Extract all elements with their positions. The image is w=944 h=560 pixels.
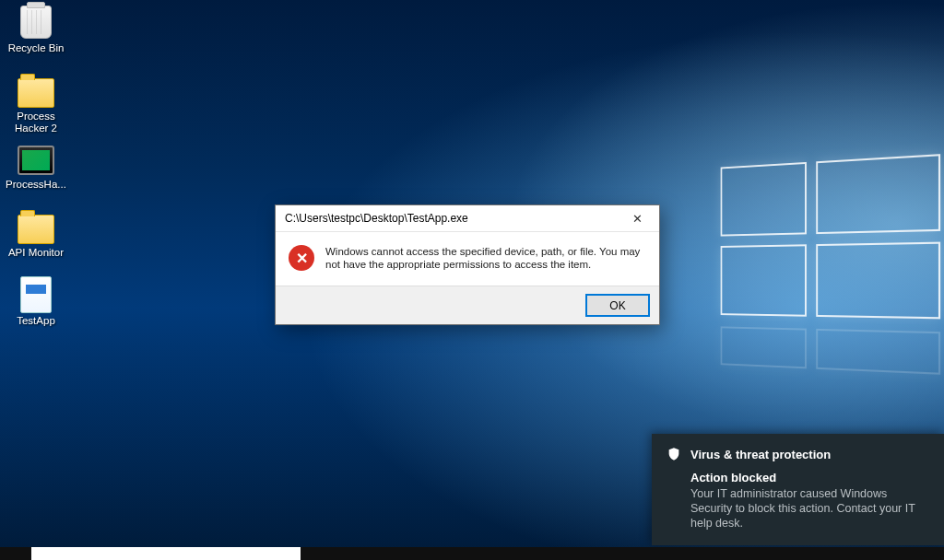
desktop-icon-process-hacker-2[interactable]: Process Hacker 2: [2, 70, 70, 136]
dialog-message: Windows cannot access the specified devi…: [325, 245, 646, 271]
taskbar-search[interactable]: [31, 547, 301, 560]
start-button[interactable]: [0, 547, 28, 560]
windows-logo-decoration: [721, 155, 932, 408]
desktop-icon-label: TestApp: [17, 315, 55, 327]
dialog-footer: OK: [276, 286, 659, 324]
ok-button[interactable]: OK: [585, 294, 650, 317]
toast-heading: Action blocked: [690, 471, 929, 484]
shield-icon: [667, 447, 681, 461]
exe-icon: [18, 276, 54, 313]
desktop-icon-recycle-bin[interactable]: Recycle Bin: [2, 2, 70, 68]
desktop-wallpaper[interactable]: Recycle Bin Process Hacker 2 ProcessHa..…: [0, 0, 944, 560]
dialog-body: ✕ Windows cannot access the specified de…: [276, 232, 659, 286]
error-dialog: C:\Users\testpc\Desktop\TestApp.exe ✕ ✕ …: [275, 204, 660, 325]
close-button[interactable]: ✕: [622, 208, 652, 228]
desktop-icons-column: Recycle Bin Process Hacker 2 ProcessHa..…: [2, 2, 76, 343]
toast-category: Virus & threat protection: [690, 448, 831, 461]
desktop-icon-process-ha[interactable]: ProcessHa...: [2, 138, 70, 204]
security-toast[interactable]: Virus & threat protection Action blocked…: [652, 434, 944, 545]
error-icon: ✕: [289, 245, 314, 271]
desktop-icon-api-monitor[interactable]: API Monitor: [2, 206, 70, 273]
monitor-icon: [18, 140, 54, 177]
dialog-title: C:\Users\testpc\Desktop\TestApp.exe: [285, 212, 468, 225]
desktop-icon-label: API Monitor: [8, 247, 64, 259]
folder-icon: [18, 208, 54, 245]
folder-icon: [18, 72, 54, 109]
desktop-icon-label: Process Hacker 2: [2, 111, 70, 134]
close-icon: ✕: [632, 212, 643, 226]
dialog-titlebar[interactable]: C:\Users\testpc\Desktop\TestApp.exe ✕: [276, 205, 659, 232]
taskbar[interactable]: [0, 547, 944, 560]
desktop-icon-label: ProcessHa...: [6, 179, 66, 191]
toast-body: Your IT administrator caused Windows Sec…: [690, 486, 929, 531]
desktop-icon-testapp[interactable]: TestApp: [2, 274, 70, 341]
recycle-bin-icon: [18, 4, 54, 41]
desktop-icon-label: Recycle Bin: [8, 42, 65, 54]
